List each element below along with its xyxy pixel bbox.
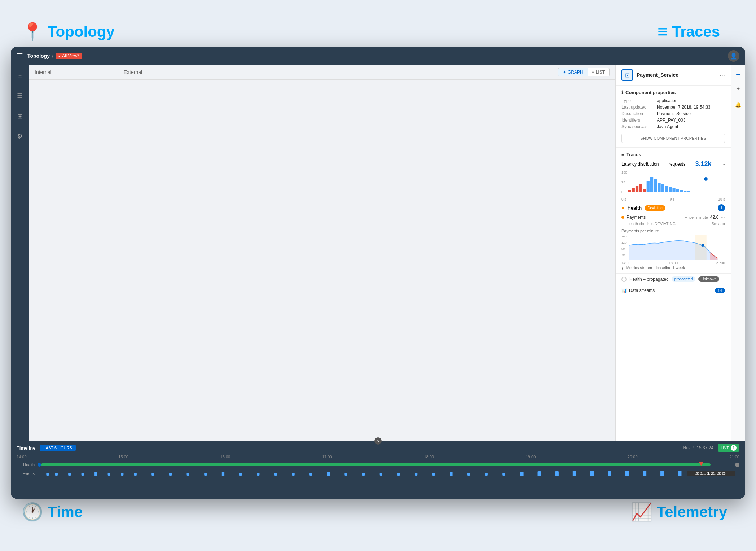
health-radio[interactable] — [621, 277, 627, 282]
service-name: Payment_Service — [637, 72, 716, 78]
svg-rect-127 — [625, 471, 629, 476]
svg-rect-99 — [134, 473, 137, 476]
timeline-events-label: Events — [17, 471, 35, 476]
far-icon-list[interactable]: ☰ — [733, 68, 743, 78]
sidebar-layers-icon[interactable]: ⊞ — [13, 110, 26, 123]
svg-rect-101 — [169, 473, 172, 476]
sidebar-filter-icon[interactable]: ⊟ — [13, 69, 26, 82]
svg-text:120: 120 — [621, 241, 627, 244]
col-internal: Internal — [35, 69, 52, 75]
svg-point-85 — [704, 177, 708, 181]
unknown-badge: Unknown — [698, 276, 719, 282]
requests-label: requests — [669, 162, 685, 167]
timeline-events-row: Events — [17, 469, 739, 478]
data-streams-icon: 📊 — [621, 288, 627, 293]
events-track: 21:12:26 — [38, 471, 739, 476]
far-icon-star[interactable]: ✦ — [733, 84, 743, 94]
payments-chart: Payments per minute 160 120 80 40 — [621, 229, 725, 258]
svg-rect-69 — [632, 188, 635, 192]
svg-rect-68 — [628, 190, 631, 192]
far-icon-bell[interactable]: 🔔 — [733, 100, 743, 110]
svg-text:75: 75 — [621, 180, 625, 184]
view-badge[interactable]: All View* — [56, 53, 82, 59]
svg-rect-108 — [292, 473, 294, 476]
time-label-text: Time — [48, 503, 83, 521]
svg-rect-125 — [590, 471, 594, 476]
top-bar-right: 👤 — [728, 50, 739, 62]
traces-label-text: Traces — [672, 23, 720, 40]
svg-rect-128 — [643, 471, 646, 476]
col-labels: Internal External — [35, 69, 142, 75]
svg-rect-94 — [68, 473, 71, 476]
collapse-handle[interactable]: ∨ — [374, 437, 382, 445]
svg-rect-84 — [687, 191, 690, 192]
timeline-content: 14:00 15:00 16:00 17:00 18:00 19:00 20:0… — [11, 455, 745, 499]
svg-rect-100 — [151, 473, 154, 476]
svg-rect-90 — [695, 235, 707, 260]
left-sidebar: ⊟ ☰ ⊞ ⚙ — [11, 65, 29, 441]
deviating-badge: Deviating — [645, 205, 665, 211]
timeline-label: Timeline — [17, 445, 36, 451]
topology-svg: ≡ 6.034 ms ↑ 21/s — [57, 83, 612, 83]
latency-more[interactable]: ··· — [721, 162, 725, 167]
prop-updated: Last updated November 7 2018, 19:54:33 — [621, 105, 725, 110]
svg-rect-81 — [676, 189, 679, 192]
svg-rect-77 — [662, 184, 664, 192]
breadcrumb-topology: Topology — [27, 53, 50, 59]
svg-text:150: 150 — [621, 171, 627, 174]
sidebar-settings-icon[interactable]: ⚙ — [13, 130, 26, 143]
last-6h-badge[interactable]: LAST 6 HOURS — [40, 445, 76, 451]
service-icon: ⊡ — [621, 69, 633, 81]
svg-rect-71 — [639, 184, 642, 192]
more-btn[interactable]: ··· — [720, 71, 725, 79]
svg-rect-73 — [647, 181, 650, 192]
graph-canvas: Business Applications Process Steps Serv… — [29, 80, 615, 441]
far-right-sidebar: ☰ ✦ 🔔 — [731, 65, 745, 441]
svg-rect-79 — [669, 187, 672, 192]
svg-rect-106 — [257, 473, 259, 476]
time-icon: 🕐 — [22, 502, 43, 522]
user-avatar[interactable]: 👤 — [728, 50, 739, 62]
comp-props-title: ℹ Component properties — [621, 90, 725, 95]
data-streams-count: 14 — [715, 288, 725, 293]
timeline-bar: ∨ Timeline LAST 6 HOURS Nov 7, 15:37:24 … — [11, 441, 745, 499]
svg-rect-76 — [658, 183, 660, 192]
latency-row: Latency distribution requests 3.12k ··· — [621, 160, 725, 168]
svg-rect-83 — [684, 191, 686, 192]
svg-rect-121 — [520, 472, 524, 476]
topology-label-text: Topology — [48, 23, 115, 40]
list-view-btn[interactable]: ≡ LIST — [588, 68, 609, 76]
sidebar-list-icon[interactable]: ☰ — [13, 89, 26, 102]
svg-rect-114 — [397, 473, 400, 476]
svg-rect-82 — [680, 190, 683, 192]
component-properties-section: ℹ Component properties Type application … — [616, 86, 731, 148]
health-section: ● Health Deviating 1 Payments ≡ per minu… — [616, 200, 731, 262]
propagated-badge: propagated — [672, 276, 696, 282]
show-comp-props-btn[interactable]: SHOW COMPONENT PROPERTIES — [621, 134, 725, 143]
svg-rect-78 — [665, 186, 668, 192]
svg-text:80: 80 — [621, 247, 625, 250]
traces-section-title: ≡ Traces — [621, 152, 725, 157]
chart-title: Payments per minute — [621, 229, 725, 233]
breadcrumb: Topology / All View* — [27, 53, 82, 59]
health-metric-more[interactable]: ··· — [721, 214, 725, 220]
graph-view-btn[interactable]: ✦ GRAPH — [558, 68, 588, 76]
svg-rect-130 — [678, 471, 682, 476]
svg-rect-129 — [660, 471, 664, 476]
health-track — [38, 463, 739, 466]
health-check-msg: Health check is DEVIATING 5m ago — [621, 222, 725, 226]
fn-icon: ƒ — [621, 265, 624, 270]
graph-header: Internal External ✦ GRAPH ≡ LIST — [29, 65, 615, 80]
time-label: 🕐 Time — [22, 502, 83, 522]
health-count: 1 — [718, 204, 725, 211]
topology-area: Internal External ✦ GRAPH ≡ LIST — [29, 65, 615, 441]
svg-rect-96 — [94, 472, 97, 476]
telemetry-label-text: Telemetry — [657, 503, 727, 521]
hamburger-icon[interactable]: ☰ — [17, 52, 23, 60]
svg-rect-104 — [222, 472, 224, 476]
data-streams-row[interactable]: 📊 Data streams 14 — [616, 285, 731, 296]
chart-axis: 0 s 9 s 18 s — [621, 197, 725, 201]
right-panel: ⊡ Payment_Service ··· ℹ Component proper… — [615, 65, 731, 441]
svg-rect-124 — [573, 471, 576, 476]
svg-rect-75 — [654, 179, 657, 192]
